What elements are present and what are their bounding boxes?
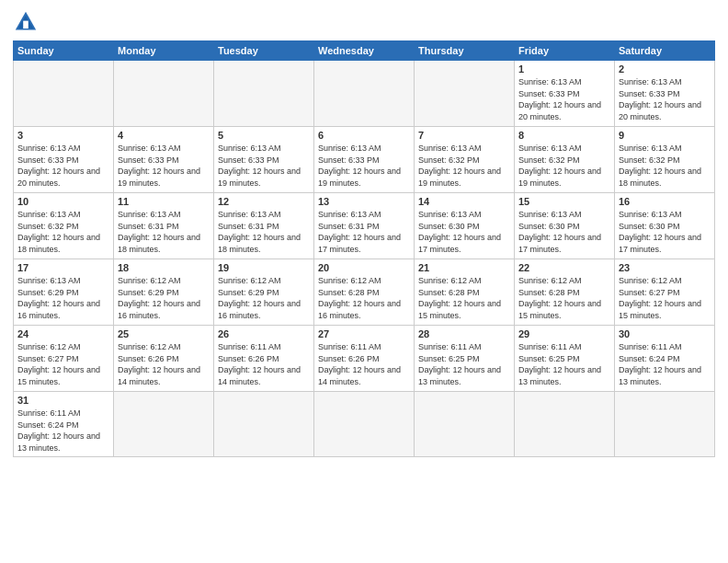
day-number: 18 — [118, 262, 210, 273]
day-cell — [615, 392, 715, 457]
day-cell — [415, 61, 515, 127]
day-info: Sunrise: 6:13 AM Sunset: 6:32 PM Dayligh… — [518, 143, 610, 189]
weekday-header-tuesday: Tuesday — [214, 41, 314, 61]
day-info: Sunrise: 6:13 AM Sunset: 6:33 PM Dayligh… — [619, 76, 711, 122]
day-cell: 22Sunrise: 6:12 AM Sunset: 6:28 PM Dayli… — [515, 259, 615, 326]
day-cell: 9Sunrise: 6:13 AM Sunset: 6:32 PM Daylig… — [615, 127, 715, 193]
day-cell: 16Sunrise: 6:13 AM Sunset: 6:30 PM Dayli… — [615, 193, 715, 259]
day-cell: 21Sunrise: 6:12 AM Sunset: 6:28 PM Dayli… — [415, 259, 515, 326]
day-cell: 13Sunrise: 6:13 AM Sunset: 6:31 PM Dayli… — [314, 193, 415, 259]
day-cell — [314, 61, 415, 127]
week-row-5: 31Sunrise: 6:11 AM Sunset: 6:24 PM Dayli… — [14, 392, 715, 457]
day-cell — [214, 392, 314, 457]
day-info: Sunrise: 6:12 AM Sunset: 6:26 PM Dayligh… — [118, 341, 210, 387]
day-cell: 8Sunrise: 6:13 AM Sunset: 6:32 PM Daylig… — [515, 127, 615, 193]
day-info: Sunrise: 6:13 AM Sunset: 6:32 PM Dayligh… — [619, 143, 711, 189]
day-cell — [114, 392, 214, 457]
day-info: Sunrise: 6:13 AM Sunset: 6:31 PM Dayligh… — [218, 209, 310, 255]
weekday-header-row: SundayMondayTuesdayWednesdayThursdayFrid… — [14, 41, 715, 61]
day-info: Sunrise: 6:11 AM Sunset: 6:26 PM Dayligh… — [318, 341, 410, 387]
day-info: Sunrise: 6:12 AM Sunset: 6:29 PM Dayligh… — [118, 275, 210, 321]
day-info: Sunrise: 6:13 AM Sunset: 6:31 PM Dayligh… — [118, 209, 210, 255]
calendar: SundayMondayTuesdayWednesdayThursdayFrid… — [13, 40, 715, 457]
day-info: Sunrise: 6:13 AM Sunset: 6:33 PM Dayligh… — [118, 143, 210, 189]
page: SundayMondayTuesdayWednesdayThursdayFrid… — [0, 0, 728, 563]
day-number: 15 — [518, 196, 610, 207]
day-info: Sunrise: 6:12 AM Sunset: 6:28 PM Dayligh… — [318, 275, 410, 321]
day-number: 1 — [518, 63, 610, 75]
day-cell — [515, 392, 615, 457]
day-cell: 26Sunrise: 6:11 AM Sunset: 6:26 PM Dayli… — [214, 326, 314, 392]
day-info: Sunrise: 6:12 AM Sunset: 6:28 PM Dayligh… — [518, 275, 610, 321]
day-info: Sunrise: 6:13 AM Sunset: 6:32 PM Dayligh… — [418, 143, 510, 189]
day-info: Sunrise: 6:11 AM Sunset: 6:24 PM Dayligh… — [17, 408, 109, 454]
day-number: 9 — [619, 130, 711, 141]
day-number: 2 — [619, 63, 711, 75]
day-cell: 6Sunrise: 6:13 AM Sunset: 6:33 PM Daylig… — [314, 127, 415, 193]
day-cell — [415, 392, 515, 457]
day-info: Sunrise: 6:12 AM Sunset: 6:27 PM Dayligh… — [17, 341, 109, 387]
day-info: Sunrise: 6:12 AM Sunset: 6:28 PM Dayligh… — [418, 275, 510, 321]
day-info: Sunrise: 6:13 AM Sunset: 6:30 PM Dayligh… — [518, 209, 610, 255]
week-row-2: 10Sunrise: 6:13 AM Sunset: 6:32 PM Dayli… — [14, 193, 715, 259]
day-cell: 19Sunrise: 6:12 AM Sunset: 6:29 PM Dayli… — [214, 259, 314, 326]
day-cell: 1Sunrise: 6:13 AM Sunset: 6:33 PM Daylig… — [515, 61, 615, 127]
day-number: 25 — [118, 328, 210, 339]
day-number: 28 — [418, 328, 510, 339]
day-info: Sunrise: 6:13 AM Sunset: 6:29 PM Dayligh… — [17, 275, 109, 321]
weekday-header-saturday: Saturday — [615, 41, 715, 61]
day-cell: 30Sunrise: 6:11 AM Sunset: 6:24 PM Dayli… — [615, 326, 715, 392]
day-cell: 5Sunrise: 6:13 AM Sunset: 6:33 PM Daylig… — [214, 127, 314, 193]
day-number: 12 — [218, 196, 310, 207]
week-row-0: 1Sunrise: 6:13 AM Sunset: 6:33 PM Daylig… — [14, 61, 715, 127]
day-info: Sunrise: 6:11 AM Sunset: 6:25 PM Dayligh… — [418, 341, 510, 387]
weekday-header-thursday: Thursday — [415, 41, 515, 61]
day-info: Sunrise: 6:13 AM Sunset: 6:32 PM Dayligh… — [17, 209, 109, 255]
day-info: Sunrise: 6:13 AM Sunset: 6:33 PM Dayligh… — [518, 76, 610, 122]
day-cell: 18Sunrise: 6:12 AM Sunset: 6:29 PM Dayli… — [114, 259, 214, 326]
day-number: 4 — [118, 130, 210, 141]
day-number: 26 — [218, 328, 310, 339]
day-cell: 3Sunrise: 6:13 AM Sunset: 6:33 PM Daylig… — [14, 127, 114, 193]
day-cell: 28Sunrise: 6:11 AM Sunset: 6:25 PM Dayli… — [415, 326, 515, 392]
day-number: 10 — [17, 196, 109, 207]
day-number: 14 — [418, 196, 510, 207]
day-info: Sunrise: 6:11 AM Sunset: 6:26 PM Dayligh… — [218, 341, 310, 387]
day-number: 16 — [619, 196, 711, 207]
day-number: 29 — [518, 328, 610, 339]
header — [13, 9, 715, 35]
day-number: 24 — [17, 328, 109, 339]
day-cell: 10Sunrise: 6:13 AM Sunset: 6:32 PM Dayli… — [14, 193, 114, 259]
svg-rect-2 — [23, 21, 28, 29]
day-number: 22 — [518, 262, 610, 273]
day-info: Sunrise: 6:13 AM Sunset: 6:33 PM Dayligh… — [218, 143, 310, 189]
day-number: 5 — [218, 130, 310, 141]
day-number: 17 — [17, 262, 109, 273]
week-row-1: 3Sunrise: 6:13 AM Sunset: 6:33 PM Daylig… — [14, 127, 715, 193]
day-cell: 12Sunrise: 6:13 AM Sunset: 6:31 PM Dayli… — [214, 193, 314, 259]
day-cell: 27Sunrise: 6:11 AM Sunset: 6:26 PM Dayli… — [314, 326, 415, 392]
day-cell — [314, 392, 415, 457]
day-cell: 24Sunrise: 6:12 AM Sunset: 6:27 PM Dayli… — [14, 326, 114, 392]
day-cell: 14Sunrise: 6:13 AM Sunset: 6:30 PM Dayli… — [415, 193, 515, 259]
day-number: 27 — [318, 328, 410, 339]
day-cell: 23Sunrise: 6:12 AM Sunset: 6:27 PM Dayli… — [615, 259, 715, 326]
day-info: Sunrise: 6:13 AM Sunset: 6:33 PM Dayligh… — [318, 143, 410, 189]
day-cell: 17Sunrise: 6:13 AM Sunset: 6:29 PM Dayli… — [14, 259, 114, 326]
day-cell: 11Sunrise: 6:13 AM Sunset: 6:31 PM Dayli… — [114, 193, 214, 259]
week-row-3: 17Sunrise: 6:13 AM Sunset: 6:29 PM Dayli… — [14, 259, 715, 326]
day-cell: 20Sunrise: 6:12 AM Sunset: 6:28 PM Dayli… — [314, 259, 415, 326]
day-cell: 4Sunrise: 6:13 AM Sunset: 6:33 PM Daylig… — [114, 127, 214, 193]
day-cell: 7Sunrise: 6:13 AM Sunset: 6:32 PM Daylig… — [415, 127, 515, 193]
weekday-header-monday: Monday — [114, 41, 214, 61]
logo — [13, 9, 42, 35]
day-number: 19 — [218, 262, 310, 273]
weekday-header-friday: Friday — [515, 41, 615, 61]
day-number: 30 — [619, 328, 711, 339]
day-number: 11 — [118, 196, 210, 207]
day-cell: 31Sunrise: 6:11 AM Sunset: 6:24 PM Dayli… — [14, 392, 114, 457]
day-cell — [14, 61, 114, 127]
day-cell: 29Sunrise: 6:11 AM Sunset: 6:25 PM Dayli… — [515, 326, 615, 392]
day-info: Sunrise: 6:11 AM Sunset: 6:25 PM Dayligh… — [518, 341, 610, 387]
day-number: 3 — [17, 130, 109, 141]
